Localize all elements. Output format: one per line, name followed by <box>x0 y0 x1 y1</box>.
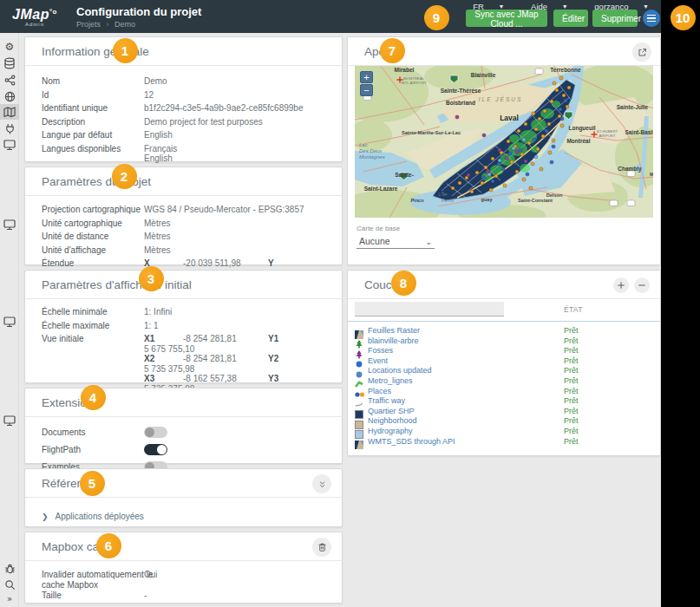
sidebar-item-share[interactable] <box>0 72 19 88</box>
layer-row[interactable]: WMTS_SDS through APIPrêt <box>348 437 660 447</box>
map-icon <box>3 106 16 118</box>
field-value: Oui <box>144 570 342 580</box>
minus-icon <box>638 281 646 290</box>
layer-name-link[interactable]: Hydrography <box>368 427 413 436</box>
layer-status: Prêt <box>564 366 579 375</box>
layer-row[interactable]: Feuilles RasterPrêt <box>348 326 660 336</box>
applications-deployees-link[interactable]: ❯Applications déployées <box>25 498 342 533</box>
layer-row[interactable]: EventPrêt <box>348 356 660 367</box>
expand-all-button[interactable] <box>312 474 331 493</box>
svg-text:Perrot: Perrot <box>442 198 455 203</box>
clear-cache-trash-button[interactable] <box>312 538 331 557</box>
database-icon <box>3 57 16 69</box>
jmap-logo: JMap°o Admin <box>9 4 61 27</box>
remove-layer-button[interactable] <box>634 277 650 293</box>
layer-row[interactable]: NeighborhoodPrêt <box>348 416 660 427</box>
map-zoom-out-button[interactable]: − <box>360 84 373 96</box>
svg-text:Blainville: Blainville <box>471 72 496 78</box>
field-value: 12 <box>144 90 342 101</box>
layer-row[interactable]: PlacesPrêt <box>348 387 660 397</box>
layer-name-link[interactable]: blainville-arbre <box>368 336 419 346</box>
sidebar-item-screen-2[interactable] <box>0 217 19 232</box>
svg-text:guay: guay <box>481 197 493 202</box>
sidebar-item-projects[interactable] <box>0 104 19 120</box>
layer-name-link[interactable]: Traffic way <box>368 396 405 406</box>
layer-row[interactable]: FossesPrêt <box>348 346 660 356</box>
field-label: Nom <box>42 76 172 87</box>
layer-row[interactable]: blainville-arbrePrêt <box>348 336 660 347</box>
sidebar-item-web[interactable] <box>0 88 19 104</box>
basemap-select[interactable]: Aucune ⌄ <box>357 234 435 249</box>
breadcrumb-projets[interactable]: Projets <box>76 20 101 29</box>
status-column-header: ÉTAT <box>564 305 583 314</box>
field-label: Description <box>42 117 172 127</box>
annotation-badge-4: 4 <box>81 385 106 410</box>
annotation-badge-9: 9 <box>424 5 449 30</box>
menu-hamburger-button[interactable] <box>643 10 660 27</box>
layer-row[interactable]: Locations updatedPrêt <box>348 366 660 376</box>
svg-text:Lac: Lac <box>359 142 368 147</box>
field-row: Langues disponiblesFrançaisEnglish <box>25 142 342 166</box>
sidebar-item-deployments[interactable] <box>0 137 19 153</box>
search-icon <box>4 579 16 591</box>
annotation-badge-3: 3 <box>139 266 164 291</box>
layer-name-link[interactable]: Neighborhood <box>368 416 417 426</box>
layer-name-link[interactable]: Event <box>368 356 388 366</box>
layer-name-link[interactable]: Fosses <box>368 346 393 356</box>
layer-row[interactable]: Quartier SHPPrêt <box>348 407 660 417</box>
svg-text:INTL AIRPORT: INTL AIRPORT <box>401 81 427 85</box>
add-layer-button[interactable] <box>613 277 629 293</box>
breadcrumb-demo: Demo <box>114 20 135 29</box>
sidebar-item-settings[interactable]: ⚙ <box>0 39 19 55</box>
layer-type-icon <box>355 367 363 375</box>
field-value: English <box>144 130 342 140</box>
layer-name-link[interactable]: Places <box>368 387 391 396</box>
layer-name-link[interactable]: Quartier SHP <box>368 407 415 416</box>
layer-search-input[interactable] <box>355 302 504 317</box>
svg-text:Sainte-Thérèse: Sainte-Thérèse <box>441 88 481 94</box>
map-preview[interactable]: + − <box>355 66 653 218</box>
field-label: Unité cartographique <box>42 219 172 229</box>
sidebar-item-data[interactable] <box>0 55 19 71</box>
edit-button[interactable]: Éditer <box>553 10 588 27</box>
svg-text:Delson: Delson <box>546 193 563 198</box>
svg-text:Sainte-Marthe-Sur-Le-Lac: Sainte-Marthe-Sur-Le-Lac <box>402 130 461 135</box>
layer-status: Prêt <box>564 437 579 447</box>
panel-references: Références ❯Applications déployées <box>24 468 343 527</box>
jmap-admin-window: JMap°o Admin Configuration du projet Pro… <box>0 0 661 607</box>
coordinate-line: X1-8 254 281,81Y15 675 755,10 <box>144 334 342 354</box>
double-chevron-down-icon <box>317 480 327 489</box>
sidebar-item-debug[interactable] <box>0 560 19 576</box>
sidebar-item-search[interactable] <box>0 577 19 592</box>
svg-text:ILE JÉSUS: ILE JÉSUS <box>479 95 523 102</box>
sidebar-item-screen-4[interactable] <box>0 413 19 428</box>
field-row: Unité de distanceMètres <box>25 230 342 244</box>
share-icon <box>4 75 16 86</box>
open-preview-external-button[interactable] <box>632 42 651 62</box>
map-zoom-in-button[interactable]: + <box>360 71 373 83</box>
layer-row[interactable]: Metro_lignesPrêt <box>348 376 660 387</box>
toggle-switch[interactable] <box>144 427 167 438</box>
svg-text:Mar: Mar <box>650 172 653 177</box>
svg-text:Saint-Lazare: Saint-Lazare <box>364 186 398 192</box>
layer-type-icon <box>355 437 363 446</box>
sidebar-collapse[interactable]: » <box>0 591 19 607</box>
layer-row[interactable]: HydrographyPrêt <box>348 427 660 437</box>
toggle-switch[interactable] <box>144 444 167 455</box>
layer-name-link[interactable]: WMTS_SDS through API <box>368 437 455 447</box>
layer-type-icon <box>355 387 363 395</box>
sidebar-item-connectors[interactable] <box>0 121 19 136</box>
layer-name-link[interactable]: Metro_lignes <box>368 376 413 386</box>
field-value: Mètres <box>144 232 342 242</box>
sync-jmap-cloud-button[interactable]: Sync avec JMap Cloud ... <box>466 10 547 27</box>
field-label: Langues disponibles <box>42 144 172 154</box>
layer-name-link[interactable]: Feuilles Raster <box>368 326 420 336</box>
layer-row[interactable]: Traffic wayPrêt <box>348 396 660 407</box>
field-label: Invalider automatiquement le cache Mapbo… <box>42 570 172 590</box>
layer-type-icon <box>355 407 363 415</box>
external-link-icon <box>638 48 647 57</box>
layer-type-icon <box>355 356 363 365</box>
delete-button[interactable]: Supprimer <box>592 10 638 27</box>
layer-name-link[interactable]: Locations updated <box>368 366 432 375</box>
sidebar-item-screen-3[interactable] <box>0 314 19 330</box>
